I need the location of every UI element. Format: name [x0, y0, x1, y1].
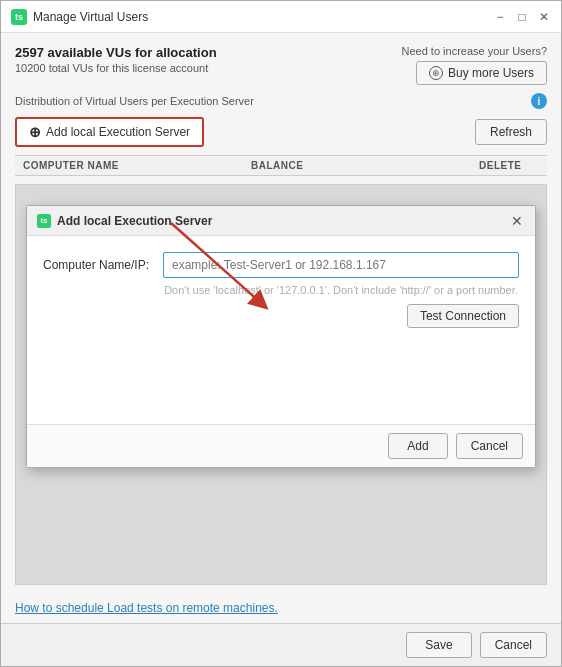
modal-overlay: ts Add local Execution Server ✕ Computer… — [16, 185, 546, 584]
distribution-header: Distribution of Virtual Users per Execut… — [15, 93, 547, 109]
add-execution-server-modal: ts Add local Execution Server ✕ Computer… — [26, 205, 536, 468]
modal-footer: Add Cancel — [27, 424, 535, 467]
main-content: 2597 available VUs for allocation 10200 … — [1, 33, 561, 593]
bottom-area: How to schedule Load tests on remote mac… — [1, 593, 561, 623]
modal-body: Computer Name/IP: Don't use 'localhost' … — [27, 236, 535, 424]
col-computer-name: COMPUTER NAME — [23, 160, 251, 171]
schedule-link[interactable]: How to schedule Load tests on remote mac… — [15, 601, 547, 615]
test-conn-row: Test Connection — [43, 304, 519, 328]
window-title: Manage Virtual Users — [33, 10, 148, 24]
buy-more-users-button[interactable]: ⊕ Buy more Users — [416, 61, 547, 85]
vu-right: Need to increase your Users? ⊕ Buy more … — [401, 45, 547, 85]
modal-spacer — [43, 328, 519, 408]
window-footer: Save Cancel — [1, 623, 561, 666]
app-icon: ts — [11, 9, 27, 25]
buy-icon: ⊕ — [429, 66, 443, 80]
modal-close-button[interactable]: ✕ — [509, 213, 525, 229]
main-window: ts Manage Virtual Users − □ ✕ 2597 avail… — [0, 0, 562, 667]
modal-app-icon: ts — [37, 214, 51, 228]
col-delete: DELETE — [479, 160, 539, 171]
modal-cancel-button[interactable]: Cancel — [456, 433, 523, 459]
distribution-label: Distribution of Virtual Users per Execut… — [15, 95, 254, 107]
maximize-button[interactable]: □ — [515, 10, 529, 24]
title-bar: ts Manage Virtual Users − □ ✕ — [1, 1, 561, 33]
computer-name-label: Computer Name/IP: — [43, 258, 153, 272]
add-local-execution-server-button[interactable]: ⊕ Add local Execution Server — [15, 117, 204, 147]
toolbar: ⊕ Add local Execution Server Refresh — [15, 117, 547, 147]
modal-title-left: ts Add local Execution Server — [37, 214, 212, 228]
vu-info: 2597 available VUs for allocation 10200 … — [15, 45, 547, 85]
plus-icon: ⊕ — [29, 124, 41, 140]
modal-title: Add local Execution Server — [57, 214, 212, 228]
close-button[interactable]: ✕ — [537, 10, 551, 24]
minimize-button[interactable]: − — [493, 10, 507, 24]
computer-name-input[interactable] — [163, 252, 519, 278]
form-row: Computer Name/IP: — [43, 252, 519, 278]
table-header: COMPUTER NAME BALANCE DELETE — [15, 155, 547, 176]
refresh-button[interactable]: Refresh — [475, 119, 547, 145]
test-connection-button[interactable]: Test Connection — [407, 304, 519, 328]
form-hint: Don't use 'localhost' or '127.0.0.1'. Do… — [43, 284, 519, 296]
col-balance: BALANCE — [251, 160, 479, 171]
info-icon[interactable]: i — [531, 93, 547, 109]
cancel-button[interactable]: Cancel — [480, 632, 547, 658]
modal-add-button[interactable]: Add — [388, 433, 447, 459]
window-controls: − □ ✕ — [493, 10, 551, 24]
vu-total: 10200 total VUs for this license account — [15, 62, 217, 74]
table-area: ts Add local Execution Server ✕ Computer… — [15, 184, 547, 585]
vu-left: 2597 available VUs for allocation 10200 … — [15, 45, 217, 74]
need-text: Need to increase your Users? — [401, 45, 547, 57]
vu-available: 2597 available VUs for allocation — [15, 45, 217, 60]
modal-title-bar: ts Add local Execution Server ✕ — [27, 206, 535, 236]
save-button[interactable]: Save — [406, 632, 471, 658]
title-bar-left: ts Manage Virtual Users — [11, 9, 148, 25]
